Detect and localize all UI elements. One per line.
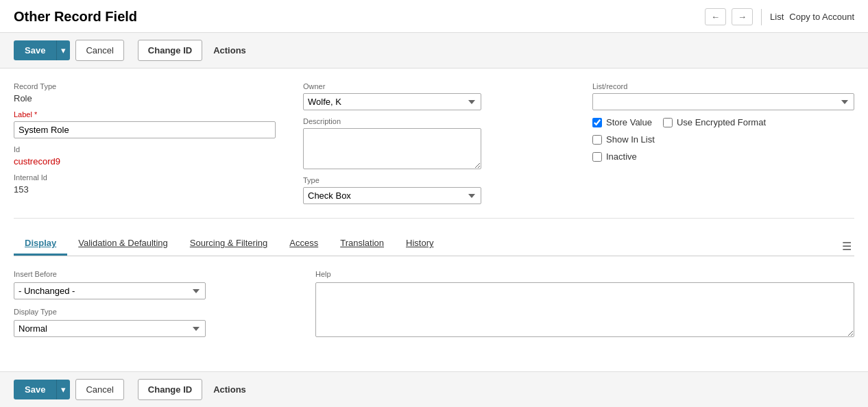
use-encrypted-checkbox[interactable]: [663, 118, 673, 127]
tab-validation[interactable]: Validation & Defaulting: [67, 232, 179, 256]
tab-display[interactable]: Display: [14, 232, 67, 256]
main-content: Record Type Role Label * Id custrecord9: [0, 69, 868, 371]
id-label: Id: [14, 145, 276, 153]
owner-select[interactable]: Wolfe, K: [303, 93, 481, 110]
inactive-label[interactable]: Inactive: [606, 151, 637, 162]
save-group-bottom: Save ▾: [14, 380, 70, 399]
show-in-list-label[interactable]: Show In List: [606, 134, 655, 145]
tabs-menu-icon[interactable]: ☰: [839, 237, 854, 256]
copy-to-account-link[interactable]: Copy to Account: [789, 12, 854, 22]
label-input[interactable]: [14, 121, 276, 138]
help-label: Help: [315, 270, 854, 278]
display-type-field: Display Type Normal: [14, 308, 288, 337]
type-select[interactable]: Check Box: [303, 187, 481, 204]
tabs-list: Display Validation & Defaulting Sourcing…: [14, 232, 444, 256]
display-tab-content: Insert Before - Unchanged - Display Type…: [14, 270, 854, 337]
inactive-row: Inactive: [592, 151, 854, 162]
form-section: Record Type Role Label * Id custrecord9: [14, 82, 854, 219]
save-button[interactable]: Save: [14, 40, 56, 60]
cancel-button-bottom[interactable]: Cancel: [75, 379, 123, 400]
save-button-bottom[interactable]: Save: [14, 380, 56, 399]
internal-id-value: 153: [14, 184, 276, 195]
lower-left: Insert Before - Unchanged - Display Type…: [14, 270, 288, 337]
form-col2: Owner Wolfe, K Description Type Check Bo…: [303, 82, 565, 204]
use-encrypted-label[interactable]: Use Encrypted Format: [677, 117, 766, 127]
help-textarea[interactable]: [315, 282, 854, 337]
list-record-label: List/record: [592, 82, 854, 90]
change-id-button-top[interactable]: Change ID: [138, 40, 202, 61]
page-title: Other Record Field: [14, 9, 137, 25]
change-id-button-bottom[interactable]: Change ID: [138, 379, 202, 400]
label-field: Label *: [14, 110, 276, 138]
owner-field: Owner Wolfe, K: [303, 82, 565, 110]
type-label: Type: [303, 176, 565, 184]
label-label: Label *: [14, 110, 276, 119]
record-type-field: Record Type Role: [14, 82, 276, 103]
description-field: Description: [303, 117, 565, 169]
list-record-field: List/record: [592, 82, 854, 110]
bottom-toolbar: Save ▾ Cancel Change ID Actions: [0, 371, 868, 407]
tab-translation[interactable]: Translation: [329, 232, 395, 256]
record-type-label: Record Type: [14, 82, 276, 90]
save-group: Save ▾: [14, 40, 70, 60]
list-link[interactable]: List: [770, 12, 784, 22]
insert-before-field: Insert Before - Unchanged -: [14, 270, 288, 299]
back-button[interactable]: ←: [705, 8, 726, 25]
tab-access[interactable]: Access: [278, 232, 329, 256]
tab-history[interactable]: History: [395, 232, 444, 256]
type-field: Type Check Box: [303, 176, 565, 204]
insert-before-select[interactable]: - Unchanged -: [14, 282, 206, 299]
store-value-row: Store Value Use Encrypted Format: [592, 117, 854, 127]
forward-button[interactable]: →: [732, 8, 753, 25]
record-type-value: Role: [14, 93, 276, 103]
id-field: Id custrecord9: [14, 145, 276, 166]
header-nav: ← → List Copy to Account: [705, 8, 854, 25]
actions-button-top[interactable]: Actions: [208, 40, 252, 60]
save-dropdown-button-bottom[interactable]: ▾: [56, 380, 70, 399]
display-type-label: Display Type: [14, 308, 288, 316]
top-toolbar: Save ▾ Cancel Change ID Actions: [0, 33, 868, 69]
list-record-select[interactable]: [592, 93, 854, 110]
form-col3: List/record Store Value Use Encrypted Fo…: [592, 82, 854, 204]
show-in-list-checkbox[interactable]: [592, 135, 602, 145]
lower-right: Help: [315, 270, 854, 337]
inactive-checkbox[interactable]: [592, 152, 602, 162]
tabs-section: Display Validation & Defaulting Sourcing…: [14, 232, 854, 256]
show-in-list-row: Show In List: [592, 134, 854, 145]
form-col1: Record Type Role Label * Id custrecord9: [14, 82, 276, 204]
actions-button-bottom[interactable]: Actions: [208, 380, 252, 399]
insert-before-label: Insert Before: [14, 270, 288, 278]
display-type-select[interactable]: Normal: [14, 320, 206, 337]
store-value-checkbox[interactable]: [592, 118, 602, 127]
owner-label: Owner: [303, 82, 565, 90]
save-dropdown-button[interactable]: ▾: [56, 40, 70, 60]
internal-id-label: Internal Id: [14, 173, 276, 182]
tab-sourcing[interactable]: Sourcing & Filtering: [179, 232, 278, 256]
internal-id-field: Internal Id 153: [14, 173, 276, 195]
nav-divider: [761, 9, 762, 25]
description-label: Description: [303, 117, 565, 125]
description-textarea[interactable]: [303, 128, 481, 169]
id-value[interactable]: custrecord9: [14, 156, 276, 166]
cancel-button[interactable]: Cancel: [75, 40, 123, 61]
store-value-label[interactable]: Store Value: [606, 117, 652, 127]
